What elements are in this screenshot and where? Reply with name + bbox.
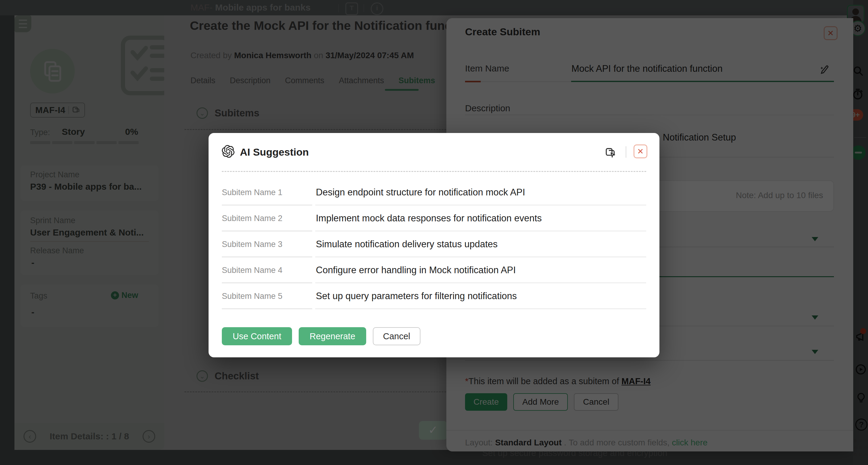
- suggestion-row: Subitem Name 4 Configure error handling …: [222, 257, 646, 283]
- row-value[interactable]: Implement mock data responses for notifi…: [312, 213, 542, 224]
- row-value[interactable]: Design endpoint structure for notificati…: [312, 187, 525, 198]
- regenerate-button[interactable]: Regenerate: [299, 327, 366, 345]
- suggestion-rows: Subitem Name 1 Design endpoint structure…: [222, 179, 646, 309]
- suggestion-row: Subitem Name 2 Implement mock data respo…: [222, 205, 646, 231]
- divider: [222, 171, 646, 172]
- suggestion-row: Subitem Name 1 Design endpoint structure…: [222, 179, 646, 205]
- row-label: Subitem Name 3: [222, 240, 312, 249]
- modal-close-icon[interactable]: ✕: [633, 144, 647, 158]
- row-value[interactable]: Simulate notification delivery status up…: [312, 239, 498, 250]
- modal-actions: Use Content Regenerate Cancel: [222, 327, 421, 345]
- row-label: Subitem Name 1: [222, 188, 312, 197]
- row-label: Subitem Name 2: [222, 214, 312, 223]
- copy-content-icon[interactable]: [604, 147, 616, 158]
- row-value[interactable]: Configure error handling in Mock notific…: [312, 265, 516, 275]
- modal-cancel-button[interactable]: Cancel: [373, 327, 421, 345]
- openai-logo-icon: [222, 145, 235, 158]
- row-value[interactable]: Set up query parameters for filtering no…: [312, 291, 517, 301]
- divider: [626, 146, 626, 158]
- app-root: MAF- Mobile apps for banks T i MAF-I4: [0, 0, 868, 465]
- use-content-button[interactable]: Use Content: [222, 327, 292, 345]
- row-label: Subitem Name 4: [222, 266, 312, 275]
- suggestion-row: Subitem Name 5 Set up query parameters f…: [222, 283, 646, 309]
- suggestion-row: Subitem Name 3 Simulate notification del…: [222, 231, 646, 257]
- modal-title: AI Suggestion: [240, 146, 309, 158]
- ai-suggestion-modal: AI Suggestion ✕ Subitem Name 1 Design en…: [209, 133, 659, 357]
- row-label: Subitem Name 5: [222, 292, 312, 301]
